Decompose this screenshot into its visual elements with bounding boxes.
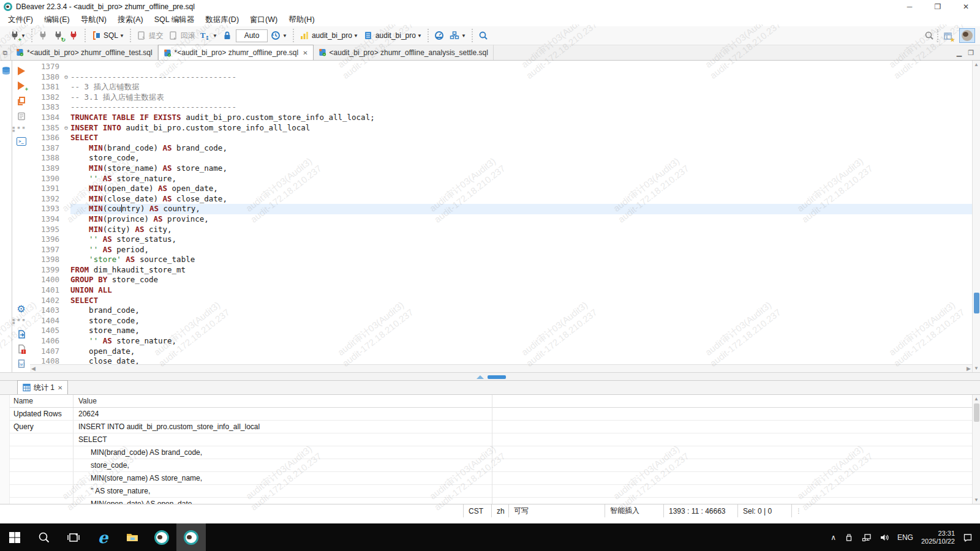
menu-item[interactable]: 窗口(W) xyxy=(244,13,283,26)
execute-new-tab-icon[interactable]: + xyxy=(16,80,26,91)
stats-row[interactable]: MIN(brand_code) AS brand_code, xyxy=(0,446,980,459)
connect-button[interactable] xyxy=(36,29,50,42)
file-explorer-button[interactable] xyxy=(118,523,147,551)
reconnect-button[interactable]: ↻ xyxy=(51,29,66,42)
menu-item[interactable]: 帮助(H) xyxy=(283,13,320,26)
menu-item[interactable]: 文件(F) xyxy=(2,13,39,26)
close-button[interactable]: ✕ xyxy=(952,0,980,13)
transaction-lock-button[interactable] xyxy=(221,29,235,42)
code-line[interactable]: 1384TRUNCATE TABLE IF EXISTS audit_bi_pr… xyxy=(30,113,972,123)
code-line[interactable]: 1379 xyxy=(30,62,972,72)
execute-script-icon[interactable] xyxy=(16,96,26,106)
editor-tab[interactable]: <audit_bi_pro> zhumr_offline_analysis_se… xyxy=(314,45,494,60)
save-file-warning-icon[interactable]: ! xyxy=(16,343,26,354)
code-line[interactable]: 1402SELECT xyxy=(30,296,972,306)
connection-selector[interactable]: audit_bi_pro ▼ xyxy=(298,29,360,42)
execute-statement-icon[interactable] xyxy=(18,67,25,75)
stats-row[interactable]: MIN(open_date) AS open_date, xyxy=(0,498,980,504)
dbeaver-taskbar-button[interactable] xyxy=(147,523,176,551)
stats-row[interactable]: MIN(store_name) AS store_name, xyxy=(0,472,980,485)
transaction-log-button[interactable]: ▼ xyxy=(269,29,289,42)
code-line[interactable]: 1391 MIN(open_date) AS open_date, xyxy=(30,184,972,194)
tab-close-icon[interactable]: ✕ xyxy=(303,50,307,56)
regex-file-icon[interactable]: (ω) xyxy=(16,358,26,369)
stats-row[interactable]: SELECT xyxy=(0,433,980,446)
code-line[interactable]: 1385⊖INSERT INTO audit_bi_pro.custom_sto… xyxy=(30,123,972,133)
open-perspective-button[interactable]: ★ xyxy=(937,29,955,42)
sql-console-icon[interactable]: >_ xyxy=(17,137,26,146)
code-line[interactable]: 1381-- 3 插入店铺数据 xyxy=(30,82,972,92)
db-search-button[interactable] xyxy=(477,29,491,42)
internet-explorer-button[interactable]: e xyxy=(88,523,118,551)
menu-item[interactable]: 导航(N) xyxy=(75,13,112,26)
code-line[interactable]: 1404 store_code, xyxy=(30,316,972,326)
fold-collapse-icon[interactable]: ⊖ xyxy=(62,72,70,83)
stats-row[interactable]: QueryINSERT INTO audit_bi_pro.custom_sto… xyxy=(0,421,980,433)
taskbar-search-button[interactable] xyxy=(29,523,59,551)
quick-search-button[interactable] xyxy=(922,29,936,42)
schema-selector[interactable]: audit_bi_pro ▼ xyxy=(361,29,424,42)
fold-collapse-icon[interactable]: ⊖ xyxy=(62,123,70,133)
network-icon[interactable] xyxy=(862,533,872,542)
name-column-header[interactable]: Name xyxy=(0,395,74,407)
editor-tab[interactable]: *<audit_bi_pro> zhumr_offline_test.sql xyxy=(11,45,158,60)
scroll-right-icon[interactable]: ▶ xyxy=(967,365,971,372)
code-line[interactable]: 1382-- 3.1 插入店铺主数据表 xyxy=(30,92,972,103)
maximize-button[interactable]: ❐ xyxy=(924,0,952,13)
stats-tab[interactable]: 统计 1 ✕ xyxy=(17,380,68,394)
code-line[interactable]: 1401UNION ALL xyxy=(30,285,972,296)
dbeaver-taskbar-button-active[interactable] xyxy=(176,523,206,551)
scroll-up-icon[interactable]: ▲ xyxy=(974,62,979,67)
transaction-mode-button[interactable]: T⡄ ▼ xyxy=(198,29,219,42)
stats-row[interactable]: '' AS store_nature, xyxy=(0,485,980,498)
code-line[interactable]: 1399FROM dim_hkaudit_store_mt xyxy=(30,265,972,276)
taskbar-clock[interactable]: 23:31 2025/10/22 xyxy=(921,530,955,545)
code-line[interactable]: 1400GROUP BY store_code xyxy=(30,275,972,285)
code-line[interactable]: 1396 '' AS store_status, xyxy=(30,234,972,245)
language-indicator[interactable]: ENG xyxy=(897,533,913,542)
menu-item[interactable]: 编辑(E) xyxy=(39,13,75,26)
new-sql-editor-button[interactable]: SQL ▼ xyxy=(89,29,126,42)
dashboard-button[interactable] xyxy=(432,29,447,42)
scrollbar-thumb[interactable] xyxy=(974,293,979,313)
minimize-editor-icon[interactable]: ▁ xyxy=(957,49,962,57)
database-navigator-icon[interactable] xyxy=(1,66,11,76)
editor-vertical-scrollbar[interactable]: ▲ ▼ xyxy=(972,61,980,372)
sql-editor[interactable]: 13791380⊖-------------------------------… xyxy=(30,61,972,372)
start-button[interactable] xyxy=(0,523,29,551)
maximize-editor-icon[interactable]: ❐ xyxy=(968,49,974,57)
scroll-left-icon[interactable]: ◀ xyxy=(31,365,36,372)
code-line[interactable]: 1398 'store' AS source_table xyxy=(30,255,972,265)
code-line[interactable]: 1407 open_date, xyxy=(30,347,972,357)
new-connection-button[interactable]: + ▼ xyxy=(7,29,28,42)
export-file-icon[interactable] xyxy=(16,329,26,339)
sash-maximize-icon[interactable] xyxy=(488,375,506,379)
menu-item[interactable]: 搜索(A) xyxy=(112,13,149,26)
status-overflow-icon[interactable]: ⋮ xyxy=(792,504,805,517)
code-line[interactable]: 1392 MIN(close_date) AS close_date, xyxy=(30,194,972,204)
commit-button[interactable]: 提交 xyxy=(135,29,165,42)
code-line[interactable]: 1386SELECT xyxy=(30,133,972,143)
action-center-icon[interactable] xyxy=(963,533,973,542)
code-line[interactable]: 1403 brand_code, xyxy=(30,305,972,316)
code-line[interactable]: 1405 store_name, xyxy=(30,326,972,336)
code-line[interactable]: 1390 '' AS store_nature, xyxy=(30,174,972,184)
code-line[interactable]: 1383------------------------------------ xyxy=(30,102,972,113)
stats-row[interactable]: Updated Rows20624 xyxy=(0,408,980,421)
code-line[interactable]: 1394 MIN(province) AS province, xyxy=(30,214,972,225)
restore-panel-icon[interactable]: ⧉ xyxy=(0,45,11,60)
code-line[interactable]: 1397 '' AS period, xyxy=(30,245,972,255)
code-line[interactable]: 1380⊖-----------------------------------… xyxy=(30,72,972,83)
scroll-down-icon[interactable]: ▼ xyxy=(974,497,979,503)
explain-plan-icon[interactable] xyxy=(16,111,26,121)
settings-gear-icon[interactable]: ⚙ xyxy=(17,304,25,314)
code-line[interactable]: 1387 MIN(brand_code) AS brand_code, xyxy=(30,143,972,154)
code-line[interactable]: 1406 '' AS store_nature, xyxy=(30,336,972,347)
scroll-down-icon[interactable]: ▼ xyxy=(974,365,979,371)
user-profile-button[interactable] xyxy=(959,28,975,43)
code-line[interactable]: 1393 MIN(country) AS country, xyxy=(30,204,972,214)
stats-vertical-scrollbar[interactable]: ▲ ▼ xyxy=(972,395,980,504)
tray-expand-icon[interactable]: ∧ xyxy=(831,533,836,542)
horizontal-scrollbar[interactable]: ◀ ▶ xyxy=(30,364,972,372)
scroll-up-icon[interactable]: ▲ xyxy=(974,396,979,402)
